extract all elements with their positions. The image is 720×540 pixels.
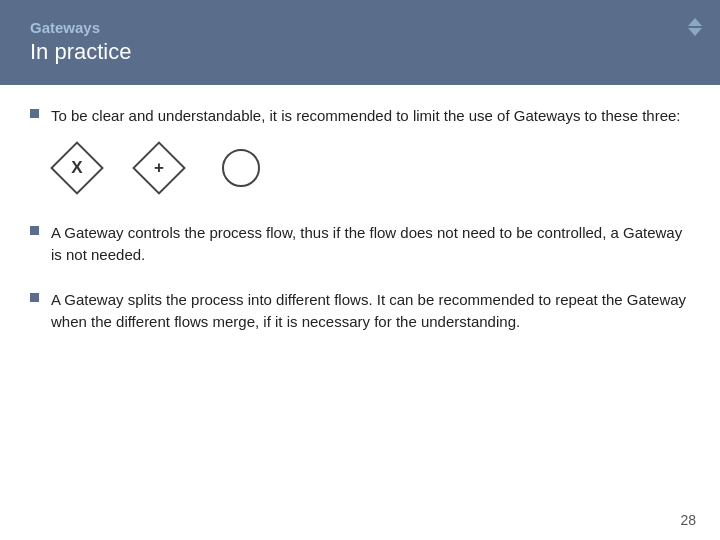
arrow-up-icon[interactable] (688, 18, 702, 26)
header: Gateways In practice (0, 0, 720, 85)
page-number: 28 (680, 512, 696, 528)
main-content: To be clear and understandable, it is re… (0, 85, 720, 376)
navigation-arrows[interactable] (688, 18, 702, 36)
arrow-down-icon[interactable] (688, 28, 702, 36)
bullet-icon-1 (30, 109, 39, 118)
bullet-icon-3 (30, 293, 39, 302)
gateway-icons-row: X + (51, 142, 681, 194)
bullet-text-3: A Gateway splits the process into differ… (51, 289, 690, 334)
exclusive-gateway-label: X (71, 155, 82, 181)
bullet-text-1: To be clear and understandable, it is re… (51, 105, 681, 200)
inclusive-gateway-icon (215, 142, 267, 194)
parallel-gateway-label: + (154, 155, 164, 181)
circle-shape-inclusive (222, 149, 260, 187)
bullet-item-1: To be clear and understandable, it is re… (30, 105, 690, 200)
page-subtitle: Gateways (30, 18, 690, 38)
page-title: In practice (30, 38, 690, 67)
bullet-item-2: A Gateway controls the process flow, thu… (30, 222, 690, 267)
bullet-icon-2 (30, 226, 39, 235)
bullet-item-3: A Gateway splits the process into differ… (30, 289, 690, 334)
exclusive-gateway-icon: X (51, 142, 103, 194)
parallel-gateway-icon: + (133, 142, 185, 194)
bullet-text-2: A Gateway controls the process flow, thu… (51, 222, 690, 267)
